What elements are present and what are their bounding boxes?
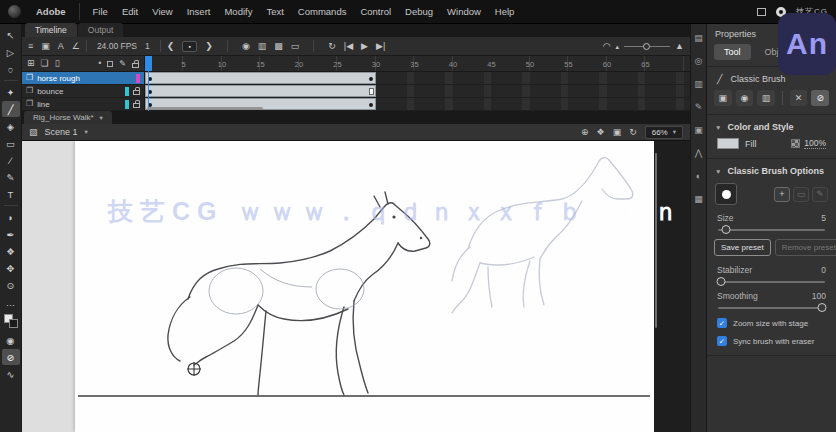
zoom-in-frames-icon[interactable]: ▲ [675,42,684,51]
clip-content-icon[interactable]: ▣ [613,128,622,137]
timeline-tab-timeline[interactable]: Timeline [25,23,77,37]
pen-tool-icon[interactable]: ✒ [2,226,20,242]
layer-row[interactable]: ❐bounce [22,85,144,98]
subselection-tool-icon[interactable]: ▷ [2,44,20,60]
scene-dropdown-icon[interactable]: ▾ [85,128,88,136]
brush-library-icon[interactable]: ▥ [757,90,775,106]
step-forward-icon[interactable]: ▶| [376,42,385,51]
snap-to-objects-icon[interactable]: ◉ [2,332,20,348]
add-layer-icon[interactable]: ⊞ [27,59,35,68]
frame-counter[interactable]: 1 [145,41,150,51]
fps-label[interactable]: 24.00 FPS [97,41,137,51]
paint-bucket-tool-icon[interactable]: ◗ [2,209,20,225]
fill-color-swatch[interactable] [717,138,739,149]
menu-item-window[interactable]: Window [440,3,488,20]
layer-row[interactable]: ❐line [22,98,144,111]
layer-lock-icon[interactable] [133,90,140,95]
frames-area[interactable]: 5101520253035404550556065 [145,56,690,111]
menu-item-edit[interactable]: Edit [115,3,145,20]
menu-item-control[interactable]: Control [353,3,398,20]
stabilizer-slider-knob[interactable] [717,277,726,286]
add-folder-icon[interactable]: ❏ [41,59,49,68]
object-drawing-icon[interactable]: ⊘ [2,349,20,365]
smoothing-slider[interactable] [718,307,825,309]
restore-window-icon[interactable] [757,8,766,16]
fill-color-swatch-tool[interactable] [9,319,18,328]
timeline-tab-output[interactable]: Output [78,23,124,37]
pressure-toggle-icon[interactable]: ✕ [790,90,808,106]
layer-outline-color[interactable] [125,100,129,109]
scene-label[interactable]: Scene 1 [45,127,78,137]
outline-all-icon[interactable] [107,61,113,67]
hand-tool-icon[interactable]: ✥ [2,260,20,276]
remove-preset-button[interactable]: Remove preset [775,239,836,256]
document-tab[interactable]: Rig_Horse Walk* ▾ [24,111,112,124]
pencil-tool-icon[interactable]: ✎ [2,169,20,185]
rotate-stage-icon[interactable]: ❖ [597,128,605,137]
menu-item-adobe[interactable]: Adobe [29,3,80,20]
layer-outline-color[interactable] [125,87,129,96]
properties-tab-tool[interactable]: Tool [714,44,751,60]
fluid-brush-tool-icon[interactable]: ✦ [2,84,20,100]
object-drawing-mode-icon[interactable]: ▣ [714,90,732,106]
eraser-tool-icon[interactable]: ◈ [2,118,20,134]
captions-icon[interactable]: A [58,42,64,51]
add-brush-button[interactable]: + [774,187,790,202]
layer-frame-row[interactable] [145,72,690,85]
selection-tool-icon[interactable]: ↖ [2,27,20,43]
brushes-panel-icon[interactable]: ✎ [695,102,703,112]
asset-warp-tool-icon[interactable]: ❖ [2,243,20,259]
menu-item-view[interactable]: View [145,3,179,20]
timeline-zoom-knob[interactable] [643,43,650,50]
frame-ruler[interactable]: 5101520253035404550556065 [145,56,690,72]
lasso-tool-icon[interactable]: ○ [2,61,20,77]
classic-brush-tool-icon[interactable]: ╱ [2,101,20,117]
brush-smoothing-icon[interactable]: ∿ [2,366,20,382]
fill-alpha-value[interactable]: 100% [804,138,826,149]
keyboard-panel-icon[interactable]: ▦ [694,194,703,204]
layer-view-icon[interactable]: ≡ [28,42,33,51]
paint-mode-icon[interactable]: ◉ [736,90,754,106]
create-keyframe-icon[interactable]: ▭ [291,42,300,51]
smoothing-slider-knob[interactable] [817,303,826,312]
prev-frame-icon[interactable]: ❮ [167,42,175,51]
checkbox-checked[interactable]: ✓ [717,318,727,328]
color-style-section-header[interactable]: ▼Color and Style [707,115,836,137]
edit-multiple-frames-icon[interactable]: ▩ [274,42,283,51]
color-swatches-widget[interactable] [4,314,18,328]
lock-all-icon[interactable] [132,63,139,68]
menu-item-commands[interactable]: Commands [291,3,354,20]
menu-item-help[interactable]: Help [488,3,522,20]
output-panel-icon[interactable]: ▤ [694,33,703,43]
reset-view-icon[interactable]: ↻ [629,128,637,137]
checkbox-checked[interactable]: ✓ [717,336,727,346]
frame-rows[interactable] [145,72,690,111]
stabilizer-slider[interactable] [718,281,825,283]
zoom-tool-icon[interactable]: ⊙ [2,277,20,293]
play-button-icon[interactable]: ▶ [361,42,368,51]
camera-icon[interactable]: ▣ [41,42,50,51]
timeline-hscrollbar[interactable] [147,107,263,110]
swatches-panel-icon[interactable]: ▣ [694,125,703,135]
frame-span[interactable] [145,72,376,84]
layer-outline-color[interactable] [136,74,140,83]
highlight-layers-icon[interactable]: ✎ [119,60,126,68]
align-panel-icon[interactable]: ⋀ [695,148,702,158]
onion-outlines-icon[interactable]: ▥ [258,42,267,51]
menu-item-modify[interactable]: Modify [217,3,259,20]
size-slider-knob[interactable] [722,225,731,234]
edit-brush-button[interactable]: ✎ [812,187,828,202]
line-tool-icon[interactable]: ∕ [2,152,20,168]
menu-item-text[interactable]: Text [259,3,290,20]
brush-options-section-header[interactable]: ▼Classic Brush Options [707,159,836,181]
layer-frame-row[interactable] [145,85,690,98]
text-tool-icon[interactable]: T [2,186,20,202]
save-preset-button[interactable]: Save preset [714,239,771,256]
show-hide-all-icon[interactable]: • [98,59,101,68]
timeline-zoom-slider[interactable] [624,46,670,47]
onion-range-icon[interactable]: ◠ [603,42,611,51]
stage-zoom-select[interactable]: 66% ▾ [645,126,683,139]
graph-editor-icon[interactable]: ∠ [72,42,80,51]
brush-preview[interactable] [715,183,737,205]
layer-lock-icon[interactable] [133,103,140,108]
